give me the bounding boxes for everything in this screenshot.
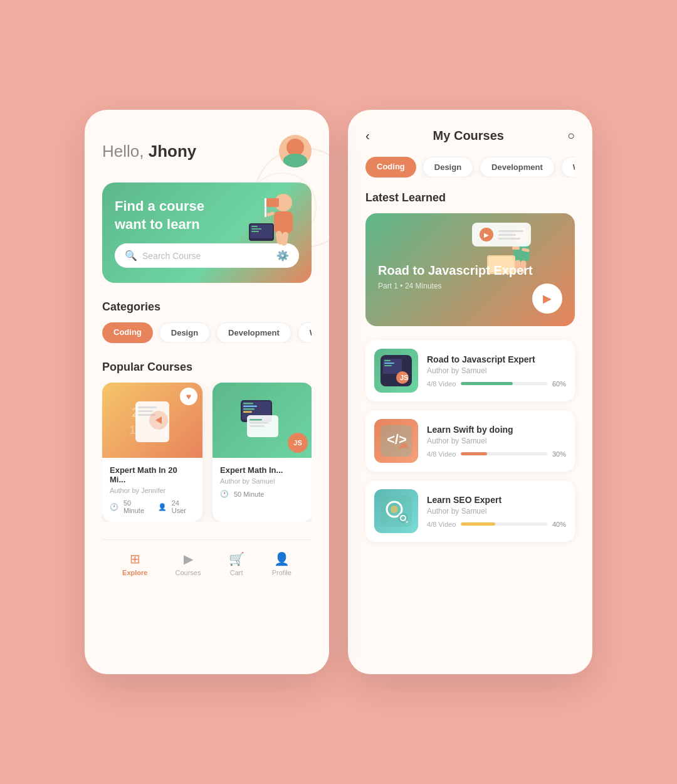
clipboard-svg: 2 3 1: [124, 389, 181, 452]
nav-courses[interactable]: ▶ Courses: [176, 551, 201, 576]
username-label: Jhony: [149, 142, 197, 161]
svg-text:JS: JS: [400, 374, 408, 381]
course-list-item-3[interactable]: Learn SEO Expert Author by Samuel 4/8 Vi…: [365, 480, 575, 542]
svg-rect-28: [249, 422, 268, 424]
avatar[interactable]: [279, 135, 312, 167]
course-duration-1: 50 Minute: [123, 499, 153, 514]
course-info-2: Expert Math In... Author by Samuel 🕐 50 …: [213, 458, 312, 506]
greeting-text: Hello, Jhony: [102, 142, 196, 161]
nav-profile-label: Profile: [272, 569, 291, 576]
bottom-nav: ⊞ Explore ▶ Courses 🛒 Cart 👤 Profile: [102, 539, 312, 594]
svg-rect-1: [274, 211, 293, 233]
explore-icon: ⊞: [130, 551, 140, 566]
deco-lines: [498, 230, 523, 240]
nav-cart-label: Cart: [230, 569, 243, 576]
chip-w-s2[interactable]: W...: [561, 157, 575, 177]
featured-video-card[interactable]: ▶ Road to Javascript Ex: [365, 213, 575, 326]
svg-point-50: [391, 506, 398, 513]
search-icon: 🔍: [125, 250, 137, 262]
screen-2: ‹ My Courses ○ Coding Design Development…: [348, 110, 592, 674]
svg-rect-24: [243, 408, 255, 410]
nav-explore-label: Explore: [122, 569, 147, 576]
svg-rect-23: [243, 406, 257, 408]
progress-row-2: 4/8 Video 30%: [427, 450, 566, 458]
course-users-1: 24 User: [172, 499, 195, 514]
popular-courses-title: Popular Courses: [102, 361, 312, 374]
nav-courses-label: Courses: [176, 569, 201, 576]
banner-title: Find a course want to learn: [115, 198, 225, 233]
seo-thumb-svg: [380, 495, 412, 527]
thumb-js: JS: [374, 349, 418, 393]
progress-fill-1: [461, 382, 513, 385]
chip-web[interactable]: W...: [298, 322, 312, 343]
course-card-1[interactable]: 2 3 1 ♥ Expert Math In 20 Mi... Author b…: [102, 383, 202, 522]
screen2-title: My Courses: [433, 129, 504, 143]
chip-development[interactable]: Development: [216, 322, 291, 343]
profile-icon: 👤: [274, 551, 290, 566]
clock-icon: 🕐: [110, 503, 118, 511]
thumb-swift: </>: [374, 419, 418, 463]
nav-profile[interactable]: 👤 Profile: [272, 551, 291, 576]
chip-design-s2[interactable]: Design: [422, 157, 473, 177]
course-author-2: Author by Samuel: [220, 477, 305, 485]
back-button[interactable]: ‹: [365, 129, 370, 143]
banner: Find a course want to learn 🔍 Search Cou…: [102, 183, 312, 283]
play-button-big[interactable]: ▶: [532, 283, 562, 314]
course-list-name-3: Learn SEO Expert: [427, 495, 566, 505]
course-list-item-2[interactable]: </> Learn Swift by doing Author by Samue…: [365, 410, 575, 472]
course-info-1: Expert Math In 20 Mi... Author by Jennif…: [102, 458, 202, 522]
header-row: Hello, Jhony: [102, 135, 312, 167]
thumb-seo: [374, 489, 418, 533]
users-icon: 👤: [158, 503, 167, 511]
js-badge: JS: [288, 433, 308, 453]
categories-chips: Coding Design Development W...: [102, 322, 312, 343]
svg-rect-6: [266, 211, 275, 217]
swift-thumb-svg: </>: [380, 425, 412, 457]
chip-development-s2[interactable]: Development: [480, 157, 555, 177]
screens-container: Hello, Jhony: [85, 110, 592, 674]
svg-rect-11: [251, 231, 259, 232]
progress-row-3: 4/8 Video 40%: [427, 521, 566, 528]
banner-illustration: [230, 189, 305, 258]
heart-icon[interactable]: ♥: [180, 388, 197, 405]
course-list-info-3: Learn SEO Expert Author by Samuel 4/8 Vi…: [427, 495, 566, 528]
featured-course-title: Road to Javascript Expert: [378, 263, 562, 278]
deco-line-2: [498, 234, 516, 236]
courses-grid: 2 3 1 ♥ Expert Math In 20 Mi... Author b…: [102, 383, 312, 522]
progress-bar-2: [461, 452, 547, 455]
play-small-icon: ▶: [480, 228, 493, 241]
course-card-2[interactable]: JS Expert Math In... Author by Samuel 🕐 …: [213, 383, 312, 522]
deco-line-3: [498, 238, 520, 240]
course-name-1: Expert Math In 20 Mi...: [110, 465, 195, 484]
svg-rect-27: [249, 419, 262, 421]
course-list-item-1[interactable]: JS Road to Javascript Expert Author by S…: [365, 340, 575, 401]
progress-pct-2: 30%: [552, 450, 566, 458]
search-icon-2[interactable]: ○: [567, 129, 575, 143]
nav-cart[interactable]: 🛒 Cart: [229, 551, 244, 576]
progress-pct-3: 40%: [552, 521, 566, 528]
js-thumb-svg: JS: [380, 355, 412, 386]
course-list-author-3: Author by Samuel: [427, 507, 566, 516]
progress-row-1: 4/8 Video 60%: [427, 380, 566, 388]
svg-rect-14: [138, 410, 153, 412]
svg-rect-41: [384, 363, 394, 364]
svg-rect-29: [249, 425, 265, 427]
svg-rect-40: [384, 360, 391, 361]
progress-fill-2: [461, 452, 486, 455]
course-list-author-1: Author by Samuel: [427, 366, 566, 375]
svg-rect-4: [265, 198, 266, 217]
nav-explore[interactable]: ⊞ Explore: [122, 551, 147, 576]
svg-rect-42: [384, 365, 392, 366]
progress-fill-3: [461, 522, 495, 526]
svg-text:2: 2: [132, 405, 139, 420]
chip-coding-s2[interactable]: Coding: [365, 157, 416, 177]
courses-icon: ▶: [184, 551, 193, 566]
chip-coding[interactable]: Coding: [102, 322, 153, 343]
course-list-author-2: Author by Samuel: [427, 437, 566, 445]
hello-label: Hello,: [102, 142, 149, 161]
course-thumb-1: 2 3 1 ♥: [102, 383, 202, 458]
screen-1: Hello, Jhony: [85, 110, 329, 674]
svg-rect-13: [138, 406, 157, 408]
chip-design[interactable]: Design: [159, 322, 210, 343]
video-label-3: 4/8 Video: [427, 521, 456, 528]
